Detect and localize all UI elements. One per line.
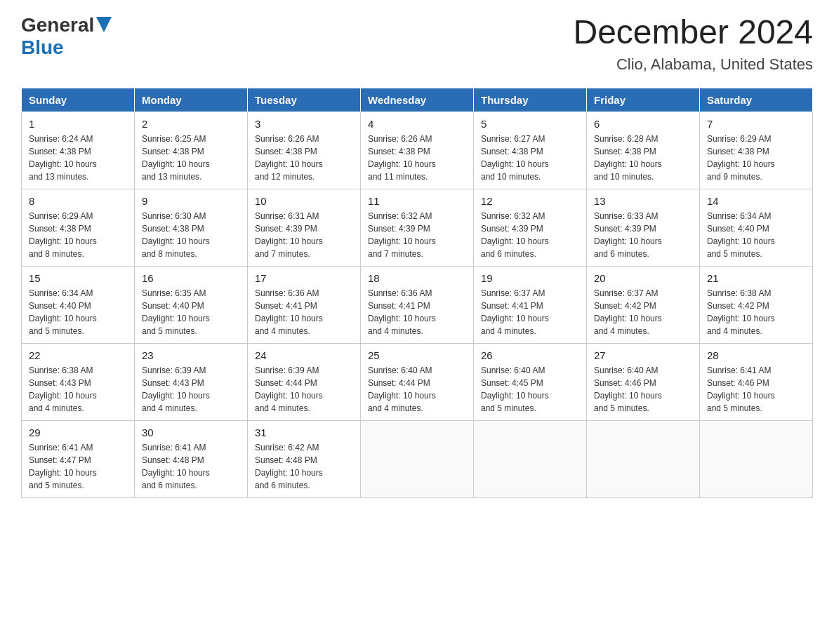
day-info: Sunrise: 6:31 AMSunset: 4:39 PMDaylight:… xyxy=(255,210,353,260)
day-number: 15 xyxy=(29,272,127,284)
calendar-cell: 16Sunrise: 6:35 AMSunset: 4:40 PMDayligh… xyxy=(135,266,248,343)
day-number: 24 xyxy=(255,349,353,361)
calendar-cell: 31Sunrise: 6:42 AMSunset: 4:48 PMDayligh… xyxy=(248,420,361,497)
weekday-header-row: SundayMondayTuesdayWednesdayThursdayFrid… xyxy=(22,88,813,112)
calendar-cell: 3Sunrise: 6:26 AMSunset: 4:38 PMDaylight… xyxy=(248,112,361,189)
calendar-cell: 24Sunrise: 6:39 AMSunset: 4:44 PMDayligh… xyxy=(248,343,361,420)
calendar-cell: 22Sunrise: 6:38 AMSunset: 4:43 PMDayligh… xyxy=(22,343,135,420)
calendar-cell: 9Sunrise: 6:30 AMSunset: 4:38 PMDaylight… xyxy=(135,189,248,266)
day-info: Sunrise: 6:27 AMSunset: 4:38 PMDaylight:… xyxy=(481,133,579,183)
logo: General Blue xyxy=(21,14,112,59)
location-subtitle: Clio, Alabama, United States xyxy=(573,55,813,74)
calendar-cell: 4Sunrise: 6:26 AMSunset: 4:38 PMDaylight… xyxy=(361,112,474,189)
calendar-cell: 20Sunrise: 6:37 AMSunset: 4:42 PMDayligh… xyxy=(587,266,700,343)
day-info: Sunrise: 6:32 AMSunset: 4:39 PMDaylight:… xyxy=(481,210,579,260)
day-info: Sunrise: 6:41 AMSunset: 4:46 PMDaylight:… xyxy=(707,364,805,415)
calendar-cell: 21Sunrise: 6:38 AMSunset: 4:42 PMDayligh… xyxy=(700,266,813,343)
calendar-cell: 30Sunrise: 6:41 AMSunset: 4:48 PMDayligh… xyxy=(135,420,248,497)
weekday-header-tuesday: Tuesday xyxy=(248,88,361,112)
day-number: 21 xyxy=(707,272,805,284)
calendar-cell: 19Sunrise: 6:37 AMSunset: 4:41 PMDayligh… xyxy=(474,266,587,343)
weekday-header-friday: Friday xyxy=(587,88,700,112)
day-number: 22 xyxy=(29,349,127,361)
day-info: Sunrise: 6:35 AMSunset: 4:40 PMDaylight:… xyxy=(142,287,240,337)
calendar-cell: 14Sunrise: 6:34 AMSunset: 4:40 PMDayligh… xyxy=(700,189,813,266)
logo-triangle-icon xyxy=(96,17,112,32)
day-number: 18 xyxy=(368,272,466,284)
day-info: Sunrise: 6:37 AMSunset: 4:41 PMDaylight:… xyxy=(481,287,579,337)
day-number: 5 xyxy=(481,118,579,130)
weekday-header-saturday: Saturday xyxy=(700,88,813,112)
day-info: Sunrise: 6:34 AMSunset: 4:40 PMDaylight:… xyxy=(707,210,805,260)
calendar-cell: 17Sunrise: 6:36 AMSunset: 4:41 PMDayligh… xyxy=(248,266,361,343)
day-number: 30 xyxy=(142,427,240,438)
day-number: 14 xyxy=(707,195,805,207)
title-area: December 2024 Clio, Alabama, United Stat… xyxy=(573,14,813,74)
day-info: Sunrise: 6:39 AMSunset: 4:44 PMDaylight:… xyxy=(255,364,353,415)
day-info: Sunrise: 6:40 AMSunset: 4:45 PMDaylight:… xyxy=(481,364,579,415)
day-info: Sunrise: 6:25 AMSunset: 4:38 PMDaylight:… xyxy=(142,133,240,183)
week-row-3: 15Sunrise: 6:34 AMSunset: 4:40 PMDayligh… xyxy=(22,266,813,343)
day-info: Sunrise: 6:38 AMSunset: 4:42 PMDaylight:… xyxy=(707,287,805,337)
calendar-cell: 29Sunrise: 6:41 AMSunset: 4:47 PMDayligh… xyxy=(22,420,135,497)
day-info: Sunrise: 6:29 AMSunset: 4:38 PMDaylight:… xyxy=(29,210,127,260)
calendar-cell: 11Sunrise: 6:32 AMSunset: 4:39 PMDayligh… xyxy=(361,189,474,266)
day-number: 31 xyxy=(255,427,353,438)
week-row-2: 8Sunrise: 6:29 AMSunset: 4:38 PMDaylight… xyxy=(22,189,813,266)
day-number: 8 xyxy=(29,195,127,207)
calendar-cell: 25Sunrise: 6:40 AMSunset: 4:44 PMDayligh… xyxy=(361,343,474,420)
day-info: Sunrise: 6:39 AMSunset: 4:43 PMDaylight:… xyxy=(142,364,240,415)
calendar-cell: 23Sunrise: 6:39 AMSunset: 4:43 PMDayligh… xyxy=(135,343,248,420)
calendar-cell: 13Sunrise: 6:33 AMSunset: 4:39 PMDayligh… xyxy=(587,189,700,266)
day-info: Sunrise: 6:36 AMSunset: 4:41 PMDaylight:… xyxy=(255,287,353,337)
day-number: 23 xyxy=(142,349,240,361)
week-row-4: 22Sunrise: 6:38 AMSunset: 4:43 PMDayligh… xyxy=(22,343,813,420)
calendar-cell: 1Sunrise: 6:24 AMSunset: 4:38 PMDaylight… xyxy=(22,112,135,189)
weekday-header-thursday: Thursday xyxy=(474,88,587,112)
day-number: 25 xyxy=(368,349,466,361)
svg-marker-0 xyxy=(96,17,112,32)
weekday-header-sunday: Sunday xyxy=(22,88,135,112)
day-number: 29 xyxy=(29,427,127,438)
calendar-cell xyxy=(474,420,587,497)
calendar-cell: 7Sunrise: 6:29 AMSunset: 4:38 PMDaylight… xyxy=(700,112,813,189)
calendar-cell: 2Sunrise: 6:25 AMSunset: 4:38 PMDaylight… xyxy=(135,112,248,189)
month-year-title: December 2024 xyxy=(573,14,813,51)
day-number: 16 xyxy=(142,272,240,284)
day-number: 26 xyxy=(481,349,579,361)
calendar-cell: 28Sunrise: 6:41 AMSunset: 4:46 PMDayligh… xyxy=(700,343,813,420)
day-info: Sunrise: 6:30 AMSunset: 4:38 PMDaylight:… xyxy=(142,210,240,260)
logo-general-text: General xyxy=(21,14,94,36)
day-info: Sunrise: 6:29 AMSunset: 4:38 PMDaylight:… xyxy=(707,133,805,183)
day-info: Sunrise: 6:33 AMSunset: 4:39 PMDaylight:… xyxy=(594,210,692,260)
day-number: 7 xyxy=(707,118,805,130)
weekday-header-monday: Monday xyxy=(135,88,248,112)
day-info: Sunrise: 6:24 AMSunset: 4:38 PMDaylight:… xyxy=(29,133,127,183)
calendar-cell xyxy=(700,420,813,497)
calendar-cell: 6Sunrise: 6:28 AMSunset: 4:38 PMDaylight… xyxy=(587,112,700,189)
calendar-cell: 15Sunrise: 6:34 AMSunset: 4:40 PMDayligh… xyxy=(22,266,135,343)
calendar-cell xyxy=(587,420,700,497)
calendar-cell: 26Sunrise: 6:40 AMSunset: 4:45 PMDayligh… xyxy=(474,343,587,420)
day-number: 3 xyxy=(255,118,353,130)
calendar-table: SundayMondayTuesdayWednesdayThursdayFrid… xyxy=(21,88,813,498)
day-info: Sunrise: 6:28 AMSunset: 4:38 PMDaylight:… xyxy=(594,133,692,183)
day-info: Sunrise: 6:40 AMSunset: 4:46 PMDaylight:… xyxy=(594,364,692,415)
day-number: 6 xyxy=(594,118,692,130)
day-number: 13 xyxy=(594,195,692,207)
day-number: 28 xyxy=(707,349,805,361)
day-info: Sunrise: 6:37 AMSunset: 4:42 PMDaylight:… xyxy=(594,287,692,337)
week-row-5: 29Sunrise: 6:41 AMSunset: 4:47 PMDayligh… xyxy=(22,420,813,497)
day-info: Sunrise: 6:26 AMSunset: 4:38 PMDaylight:… xyxy=(368,133,466,183)
day-number: 9 xyxy=(142,195,240,207)
calendar-cell xyxy=(361,420,474,497)
day-info: Sunrise: 6:41 AMSunset: 4:48 PMDaylight:… xyxy=(142,441,240,492)
day-number: 2 xyxy=(142,118,240,130)
day-info: Sunrise: 6:32 AMSunset: 4:39 PMDaylight:… xyxy=(368,210,466,260)
day-info: Sunrise: 6:36 AMSunset: 4:41 PMDaylight:… xyxy=(368,287,466,337)
calendar-cell: 27Sunrise: 6:40 AMSunset: 4:46 PMDayligh… xyxy=(587,343,700,420)
weekday-header-wednesday: Wednesday xyxy=(361,88,474,112)
day-number: 27 xyxy=(594,349,692,361)
calendar-cell: 12Sunrise: 6:32 AMSunset: 4:39 PMDayligh… xyxy=(474,189,587,266)
week-row-1: 1Sunrise: 6:24 AMSunset: 4:38 PMDaylight… xyxy=(22,112,813,189)
